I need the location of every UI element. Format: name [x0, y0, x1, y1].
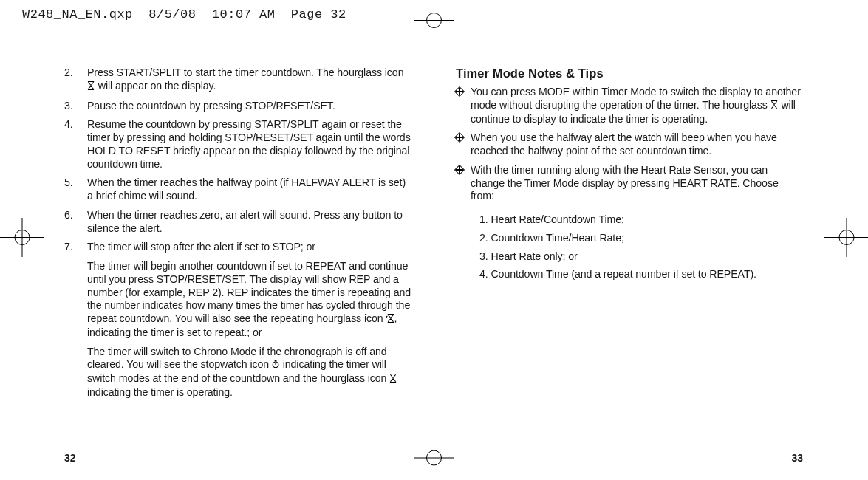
- left-column: 2.Press START/SPLIT to start the timer c…: [64, 66, 415, 443]
- body-text: Pause the countdown by pressing STOP/RES…: [87, 100, 335, 112]
- choice-item: 3. Heart Rate only; or: [479, 250, 803, 264]
- choice-item: 2. Countdown Time/Heart Rate;: [479, 232, 803, 245]
- step-list: 2.Press START/SPLIT to start the timer c…: [64, 66, 411, 405]
- svg-point-2: [427, 13, 442, 28]
- hourglass-icon: [87, 80, 95, 94]
- slugline: W248_NA_EN.qxp 8/5/08 10:07 AM Page 32: [22, 7, 346, 21]
- step-item: 4.Resume the countdown by pressing START…: [64, 118, 411, 171]
- hourglass-icon: [389, 373, 397, 386]
- registration-mark-left: [0, 218, 44, 257]
- registration-mark-top: [414, 0, 454, 41]
- step-text: When the timer reaches the halfway point…: [87, 176, 411, 203]
- body-text: The timer will begin another countdown i…: [87, 260, 411, 324]
- body-text: With the timer running along with the He…: [471, 164, 779, 202]
- step-item: 2.Press START/SPLIT to start the timer c…: [64, 66, 411, 94]
- step-text: Press START/SPLIT to start the timer cou…: [87, 66, 411, 94]
- svg-point-11: [839, 230, 854, 245]
- hourglass-icon: [770, 100, 779, 113]
- body-text: Press START/SPLIT to start the timer cou…: [87, 66, 403, 78]
- page-number-left: 32: [64, 452, 76, 464]
- tips-list: You can press MODE within Timer Mode to …: [456, 86, 803, 209]
- stopwatch-icon: [272, 359, 280, 372]
- body-text: Resume the countdown by pressing START/S…: [87, 118, 411, 169]
- step-text: The timer will stop after the alert if s…: [87, 241, 411, 399]
- step-number: 2.: [64, 66, 81, 94]
- step-number: 4.: [64, 118, 81, 171]
- step-subtext: The timer will begin another countdown i…: [87, 260, 411, 340]
- tip-text: With the timer running along with the He…: [471, 164, 803, 203]
- step-item: 7.The timer will stop after the alert if…: [64, 241, 411, 399]
- step-item: 6.When the timer reaches zero, an alert …: [64, 209, 411, 236]
- step-number: 6.: [64, 209, 81, 236]
- section-heading: Timer Mode Notes & Tips: [456, 66, 803, 80]
- svg-point-5: [427, 450, 442, 465]
- step-number: 5.: [64, 176, 81, 203]
- registration-mark-right: [824, 218, 868, 257]
- body-text: The timer will stop after the alert if s…: [87, 241, 315, 253]
- page-number-right: 33: [791, 452, 803, 464]
- tip-item: When you use the halfway alert the watch…: [456, 131, 803, 158]
- step-text: When the timer reaches zero, an alert wi…: [87, 209, 411, 236]
- body-text: When the timer reaches zero, an alert wi…: [87, 209, 403, 234]
- page-spread: 2.Press START/SPLIT to start the timer c…: [64, 66, 803, 443]
- choice-item: 4. Countdown Time (and a repeat number i…: [479, 268, 803, 281]
- body-text: will appear on the display.: [95, 80, 216, 92]
- body-text: You can press MODE within Timer Mode to …: [471, 86, 801, 111]
- step-subtext: The timer will switch to Chrono Mode if …: [87, 346, 411, 400]
- body-text: When the timer reaches the halfway point…: [87, 176, 406, 202]
- step-item: 3.Pause the countdown by pressing STOP/R…: [64, 100, 411, 113]
- svg-point-8: [15, 230, 30, 245]
- step-number: 7.: [64, 241, 81, 399]
- right-column: Timer Mode Notes & Tips You can press MO…: [452, 66, 803, 443]
- step-text: Pause the countdown by pressing STOP/RES…: [87, 100, 411, 113]
- body-text: indicating the timer is operating.: [87, 386, 233, 398]
- tip-text: When you use the halfway alert the watch…: [471, 131, 803, 158]
- body-text: When you use the halfway alert the watch…: [471, 131, 777, 157]
- tip-item: You can press MODE within Timer Mode to …: [456, 86, 803, 126]
- choice-item: 1. Heart Rate/Countdown Time;: [479, 213, 803, 227]
- tip-text: You can press MODE within Timer Mode to …: [471, 86, 803, 126]
- step-text: Resume the countdown by pressing START/S…: [87, 118, 411, 171]
- hourglass-repeat-icon: [386, 313, 394, 326]
- step-item: 5.When the timer reaches the halfway poi…: [64, 176, 411, 203]
- choices-list: 1. Heart Rate/Countdown Time;2. Countdow…: [456, 213, 803, 287]
- tip-item: With the timer running along with the He…: [456, 164, 803, 203]
- step-number: 3.: [64, 100, 81, 113]
